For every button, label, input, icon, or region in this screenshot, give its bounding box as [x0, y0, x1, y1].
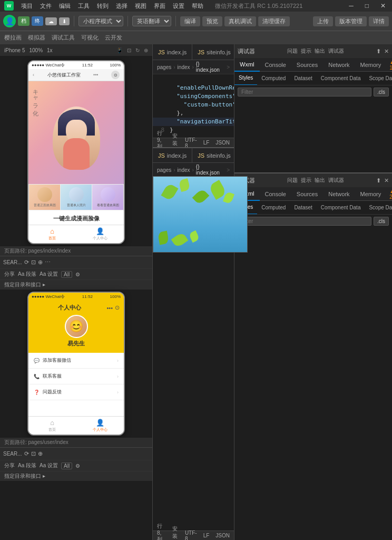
clean-button[interactable]: 清理缓存 [258, 16, 290, 26]
devtools-close-icon-2[interactable]: ✕ [384, 177, 389, 184]
share-settings-icon-2[interactable]: ⚙ [75, 463, 80, 469]
menu-item-project[interactable]: 项目 [21, 2, 33, 10]
devtools-tabs-label-2[interactable]: 输出 [315, 47, 325, 55]
devtools-expand-icon[interactable]: ⬆ [376, 48, 381, 55]
breadcrumb-pages[interactable]: pages [157, 64, 171, 70]
devtools-subtab-wxml[interactable]: Wxml [234, 58, 260, 72]
devtools-subtab-memory[interactable]: Memory [355, 58, 387, 72]
share-font-btn[interactable]: Aa 段落 [18, 271, 36, 278]
filter-input-bottom[interactable] [238, 217, 371, 226]
share-settings-icon[interactable]: ⚙ [75, 272, 80, 277]
devtools-b-subtab-memory[interactable]: Memory [355, 187, 387, 201]
devtools-subtab-network[interactable]: Network [323, 58, 355, 72]
style-b-tab-scope[interactable]: Scope Data [365, 201, 392, 215]
tab-index-js[interactable]: JS index.js [153, 44, 192, 60]
profile-menu-item-2[interactable]: ❓ 问题反馈 › [28, 384, 124, 400]
style-b-tab-dataset[interactable]: Dataset [290, 201, 316, 215]
add-icon[interactable]: ⊕ [38, 259, 43, 266]
tab-2-siteinfo-js[interactable]: JS siteinfo.js [192, 148, 234, 163]
devtools-b-subtab-console[interactable]: Console [260, 187, 291, 201]
sim-icon-3[interactable]: ↻ [135, 47, 140, 53]
breadcrumb-2-pages[interactable]: pages [157, 167, 171, 173]
phone-nav-profile[interactable]: 👤 个人中心 [76, 225, 124, 243]
profile-menu-item-1[interactable]: 📞 联系客服 › [28, 369, 124, 384]
menu-item-goto[interactable]: 转到 [97, 2, 109, 10]
devtools-subtab-sources[interactable]: Sources [291, 58, 323, 72]
profile-scan-icon[interactable]: ⊙ [115, 304, 120, 311]
translate-dropdown[interactable]: 英语翻译 [132, 16, 171, 26]
breadcrumb-index[interactable]: index [178, 64, 190, 70]
window-maximize[interactable]: □ [363, 2, 371, 9]
style-tab-scope[interactable]: Scope Data [365, 72, 392, 85]
menu-item-settings[interactable]: 设置 [173, 2, 184, 10]
compile-btn-2[interactable]: 终 [32, 16, 43, 26]
phone-nav-camera[interactable]: ⊙ [111, 71, 120, 79]
devtools-tabs-label-1[interactable]: 提示 [301, 47, 311, 55]
breadcrumb-file[interactable]: {} index.json [196, 61, 224, 73]
refresh-icon-2[interactable]: ⟳ [24, 450, 29, 457]
share-font-btn-2[interactable]: Aa 段落 [18, 462, 36, 469]
style-tab-computed[interactable]: Computed [257, 72, 290, 85]
sim-icon-1[interactable]: 📱 [116, 47, 123, 53]
debug-icon[interactable]: ⊡ [31, 259, 36, 266]
phone-nav-home[interactable]: ⌂ 首页 [28, 225, 76, 243]
compile-btn-3[interactable]: ☁ [45, 17, 57, 25]
devtools-tabs-label-0[interactable]: 问题 [287, 47, 298, 55]
toolbar2-cherry[interactable]: 樱拉画 [4, 34, 22, 42]
add-icon-2[interactable]: ⊕ [38, 450, 43, 457]
version-manage-button[interactable]: 版本管理 [335, 16, 367, 26]
devtools-tabs-b-0[interactable]: 问题 [287, 177, 298, 184]
devtools-b-subtab-network[interactable]: Network [323, 187, 355, 201]
profile-more-icon[interactable]: ••• [106, 305, 113, 311]
search-icon[interactable]: ⟳ [24, 259, 29, 266]
devtools-tabs-label-3[interactable]: 调试器 [328, 47, 344, 55]
details-button[interactable]: 详情 [369, 16, 389, 26]
menu-item-edit[interactable]: 编辑 [59, 2, 71, 10]
real-machine-button[interactable]: 真机调试 [224, 16, 256, 26]
sim-icon-4[interactable]: ⊕ [144, 47, 148, 53]
toolbar2-visual[interactable]: 可视化 [81, 34, 99, 42]
profile-menu-item-0[interactable]: 💬 添加客服微信 › [28, 353, 124, 369]
more-icon[interactable]: ⋯ [45, 259, 51, 266]
devtools-tabs-b-3[interactable]: 调试器 [328, 177, 344, 184]
menu-item-help[interactable]: 帮助 [192, 2, 203, 10]
preview-button[interactable]: 预览 [202, 16, 222, 26]
window-minimize[interactable]: ─ [347, 2, 356, 9]
share-font-setting[interactable]: Aa 设置 [40, 271, 58, 278]
toolbar2-cloud[interactable]: 云开发 [105, 34, 122, 42]
menu-item-interface[interactable]: 界面 [154, 2, 165, 10]
debug-icon-2[interactable]: ⊡ [31, 450, 36, 457]
share-font-setting-2[interactable]: Aa 设置 [40, 462, 58, 469]
phone-bottom-nav-profile[interactable]: 👤 个人中心 [76, 417, 124, 435]
devtools-close-icon[interactable]: ✕ [384, 48, 389, 55]
cls-button-top[interactable]: .cls [374, 88, 389, 97]
style-tab-styles[interactable]: Styles [234, 72, 257, 85]
upload-button[interactable]: 上传 [313, 16, 333, 26]
phone-bottom-nav-home[interactable]: ⌂ 首页 [28, 417, 76, 435]
style-tab-dataset[interactable]: Dataset [290, 72, 316, 85]
compile-btn-1[interactable]: 档 [18, 16, 30, 26]
toolbar2-simulator[interactable]: 模拟器 [28, 34, 45, 42]
menu-item-view[interactable]: 视图 [135, 2, 146, 10]
mode-dropdown[interactable]: 小程序模式 [79, 16, 123, 26]
cls-button-bottom[interactable]: .cls [374, 217, 389, 226]
tab-siteinfo-js[interactable]: JS siteinfo.js [192, 44, 234, 60]
menu-item-tools[interactable]: 工具 [78, 2, 90, 10]
devtools-b-subtab-sources[interactable]: Sources [291, 187, 323, 201]
breadcrumb-2-index[interactable]: index [178, 167, 190, 173]
code-area-top[interactable]: "enablePullDownRefresh": true, "usingCom… [153, 74, 234, 138]
compile-btn-4[interactable]: ⬇ [59, 17, 70, 25]
style-b-tab-computed[interactable]: Computed [257, 201, 290, 215]
devtools-tabs-b-1[interactable]: 提示 [301, 177, 311, 184]
devtools-tabs-b-2[interactable]: 输出 [315, 177, 325, 184]
compile-button[interactable]: 编译 [180, 16, 200, 26]
menu-item-file[interactable]: 文件 [40, 2, 52, 10]
share-all-btn-2[interactable]: All [61, 462, 72, 469]
style-b-tab-component[interactable]: Component Data [317, 201, 365, 215]
toolbar2-debug[interactable]: 调试工具 [52, 34, 75, 42]
share-all-btn[interactable]: All [61, 271, 72, 278]
menu-item-select[interactable]: 选择 [116, 2, 128, 10]
sim-icon-2[interactable]: ⊡ [127, 47, 131, 53]
window-close[interactable]: ✕ [378, 2, 388, 9]
filter-input-top[interactable] [238, 88, 371, 97]
